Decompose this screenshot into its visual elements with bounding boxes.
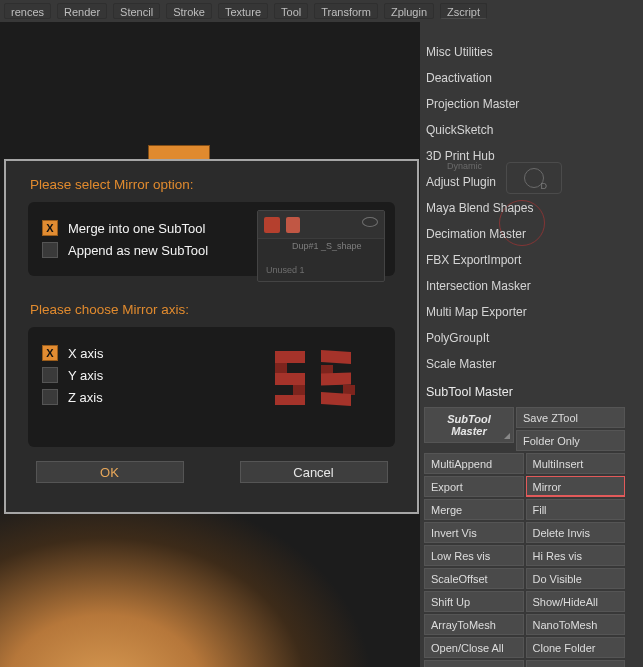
mirror-axis-title: Please choose Mirror axis: — [6, 286, 417, 327]
merge-button[interactable]: Merge — [424, 499, 524, 520]
mirror-dialog: Please select Mirror option: X Merge int… — [4, 159, 419, 514]
menu-texture[interactable]: Texture — [218, 3, 268, 19]
menu-render[interactable]: Render — [57, 3, 107, 19]
subtool-master-button[interactable]: SubTool Master — [424, 407, 514, 443]
show-hide-all-button[interactable]: Show/HideAll — [526, 591, 626, 612]
z-axis-label: Z axis — [68, 390, 103, 405]
y-axis-checkbox[interactable] — [42, 367, 58, 383]
open-close-all-button[interactable]: Open/Close All — [424, 637, 524, 658]
shift-up-button[interactable]: Shift Up — [424, 591, 524, 612]
append-checkbox[interactable] — [42, 242, 58, 258]
append-label: Append as new SubTool — [68, 243, 208, 258]
plugin-quicksketch[interactable]: QuickSketch — [424, 117, 625, 143]
plugin-deactivation[interactable]: Deactivation — [424, 65, 625, 91]
copy-folder-button[interactable]: Copy Folder — [424, 660, 524, 667]
mirror-option-title: Please select Mirror option: — [6, 161, 417, 202]
invert-vis-button[interactable]: Invert Vis — [424, 522, 524, 543]
hi-res-vis-button[interactable]: Hi Res vis — [526, 545, 626, 566]
clone-folder-button[interactable]: Clone Folder — [526, 637, 626, 658]
plugin-polygroupit[interactable]: PolyGroupIt — [424, 325, 625, 351]
toggle-top-st-button[interactable]: Toggle Top ST — [526, 660, 626, 667]
x-axis-checkbox[interactable]: X — [42, 345, 58, 361]
subtool-master-grid: MultiAppend MultiInsert Export Mirror Me… — [424, 453, 625, 667]
menu-stencil[interactable]: Stencil — [113, 3, 160, 19]
plugin-subtool-master-section[interactable]: SubTool Master — [424, 377, 625, 405]
plugin-multi-map-exporter[interactable]: Multi Map Exporter — [424, 299, 625, 325]
save-ztool-button[interactable]: Save ZTool — [516, 407, 625, 428]
menu-preferences[interactable]: rences — [4, 3, 51, 19]
mirror-button[interactable]: Mirror — [526, 476, 626, 497]
plugin-projection-master[interactable]: Projection Master — [424, 91, 625, 117]
low-res-vis-button[interactable]: Low Res vis — [424, 545, 524, 566]
scaleoffset-button[interactable]: ScaleOffset — [424, 568, 524, 589]
subtool-preview: Dup#1 _S_shape Unused 1 — [257, 210, 385, 282]
plugin-3d-print-hub[interactable]: 3D Print Hub — [424, 143, 625, 169]
menu-stroke[interactable]: Stroke — [166, 3, 212, 19]
fill-button[interactable]: Fill — [526, 499, 626, 520]
expand-icon — [504, 433, 510, 439]
menu-transform[interactable]: Transform — [314, 3, 378, 19]
mirror-option-section: X Merge into one SubTool Append as new S… — [28, 202, 395, 276]
preview-sub: Unused 1 — [266, 265, 305, 275]
multiinsert-button[interactable]: MultiInsert — [526, 453, 626, 474]
subtool-master-label-2: Master — [451, 425, 486, 437]
mirror-axis-section: X X axis Y axis Z axis — [28, 327, 395, 447]
folder-only-button[interactable]: Folder Only — [516, 430, 625, 451]
arraytomesh-button[interactable]: ArrayToMesh — [424, 614, 524, 635]
nanotomesh-button[interactable]: NanoToMesh — [526, 614, 626, 635]
plugin-intersection-masker[interactable]: Intersection Masker — [424, 273, 625, 299]
multiappend-button[interactable]: MultiAppend — [424, 453, 524, 474]
delete-invis-button[interactable]: Delete Invis — [526, 522, 626, 543]
axis-preview-glyphs — [269, 351, 357, 405]
export-button[interactable]: Export — [424, 476, 524, 497]
cancel-button[interactable]: Cancel — [240, 461, 388, 483]
menu-zplugin[interactable]: Zplugin — [384, 3, 434, 19]
menu-tool[interactable]: Tool — [274, 3, 308, 19]
merge-checkbox[interactable]: X — [42, 220, 58, 236]
x-axis-label: X axis — [68, 346, 103, 361]
plugin-fbx-exportimport[interactable]: FBX ExportImport — [424, 247, 625, 273]
z-axis-checkbox[interactable] — [42, 389, 58, 405]
plugin-scale-master[interactable]: Scale Master — [424, 351, 625, 377]
top-menubar: rences Render Stencil Stroke Texture Too… — [0, 0, 643, 22]
y-axis-label: Y axis — [68, 368, 103, 383]
visibility-icon — [362, 217, 378, 227]
merge-label: Merge into one SubTool — [68, 221, 205, 236]
menu-zscript[interactable]: Zscript — [440, 3, 487, 19]
plugin-maya-blend-shapes[interactable]: Maya Blend Shapes — [424, 195, 625, 221]
subtool-master-label-1: SubTool — [447, 413, 491, 425]
preview-name: Dup#1 _S_shape — [292, 241, 362, 251]
plugin-misc-utilities[interactable]: Misc Utilities — [424, 39, 625, 65]
zplugin-dropdown: Misc Utilities Deactivation Projection M… — [420, 29, 625, 667]
plugin-decimation-master[interactable]: Decimation Master — [424, 221, 625, 247]
do-visible-button[interactable]: Do Visible — [526, 568, 626, 589]
plugin-adjust-plugin[interactable]: Adjust Plugin — [424, 169, 625, 195]
ok-button[interactable]: OK — [36, 461, 184, 483]
